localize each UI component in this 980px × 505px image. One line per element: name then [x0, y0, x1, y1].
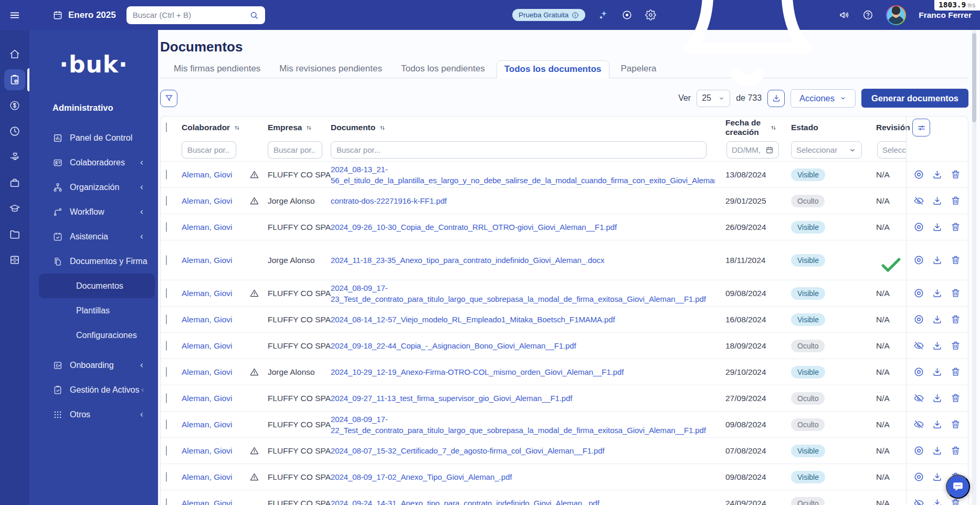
collaborator-filter-input[interactable] — [182, 141, 236, 159]
sidebar-subitem-configuraciones[interactable]: Configuraciones — [29, 323, 158, 348]
download-document-button[interactable] — [932, 445, 943, 456]
delete-document-button[interactable] — [950, 498, 961, 505]
sidebar-item-workflow[interactable]: Workflow — [29, 199, 158, 224]
sidebar-item-otros[interactable]: Otros — [29, 402, 158, 427]
delete-document-button[interactable] — [950, 393, 961, 404]
status-filter-select[interactable]: Seleccionar — [791, 141, 862, 159]
row-checkbox[interactable] — [166, 393, 167, 403]
toggle-visibility-button[interactable] — [913, 340, 924, 351]
download-document-button[interactable] — [932, 366, 943, 377]
toggle-visibility-button[interactable] — [913, 255, 924, 266]
delete-document-button[interactable] — [950, 314, 961, 325]
download-document-button[interactable] — [932, 195, 943, 206]
date-filter-input[interactable]: DD/MM, — [726, 141, 779, 159]
download-document-button[interactable] — [932, 340, 943, 351]
document-link[interactable]: 2024_11-18_23-35_Anexo_tipo_para_contrat… — [331, 255, 715, 266]
collaborator-link[interactable]: Aleman, Giovi — [182, 196, 232, 206]
rail-item-clipboard-clock[interactable] — [4, 69, 25, 90]
delete-document-button[interactable] — [950, 366, 961, 377]
gear-icon[interactable] — [645, 9, 656, 20]
row-checkbox[interactable] — [166, 446, 167, 456]
toggle-visibility-button[interactable] — [913, 314, 924, 325]
delete-document-button[interactable] — [950, 195, 961, 206]
row-checkbox[interactable] — [166, 222, 167, 232]
row-checkbox[interactable] — [166, 196, 167, 206]
row-checkbox[interactable] — [166, 367, 167, 377]
sidebar-item-panel-de-control[interactable]: Panel de Control — [29, 125, 158, 150]
avatar[interactable] — [886, 5, 906, 25]
sort-by-collaborator[interactable]: Colaborador — [182, 123, 241, 132]
document-link[interactable]: 2024_08-09_17-23_Test_de_contrato_para_t… — [331, 282, 715, 304]
toggle-visibility-button[interactable] — [913, 419, 924, 430]
rail-item-graduation-cap[interactable] — [4, 198, 25, 219]
sidebar-item-colaboradores[interactable]: Colaboradores — [29, 150, 158, 175]
download-document-button[interactable] — [932, 419, 943, 430]
document-link[interactable]: 2024_08-09_17-22_Test_de_contrato_para_t… — [331, 414, 715, 436]
download-document-button[interactable] — [932, 255, 943, 266]
toggle-visibility-button[interactable] — [913, 498, 924, 505]
rail-item-dollar[interactable] — [4, 95, 25, 116]
row-checkbox[interactable] — [166, 419, 167, 429]
row-checkbox[interactable] — [166, 498, 167, 505]
sidebar-item-gesti-n-de-activos[interactable]: Gestión de Activos — [29, 377, 158, 402]
toggle-visibility-button[interactable] — [913, 169, 924, 180]
document-filter-input[interactable] — [331, 141, 707, 159]
sidebar-item-organizaci-n[interactable]: Organización — [29, 175, 158, 199]
download-document-button[interactable] — [932, 314, 943, 325]
collaborator-link[interactable]: Aleman, Giovi — [182, 256, 232, 265]
delete-document-button[interactable] — [950, 288, 961, 299]
notifications-button[interactable]: 2 — [669, 0, 826, 94]
tab-mis-firmas-pendientes[interactable]: Mis firmas pendientes — [166, 60, 268, 78]
sidebar-subitem-plantillas[interactable]: Plantillas — [29, 298, 158, 323]
collaborator-link[interactable]: Aleman, Giovi — [182, 446, 232, 456]
tab-todos-los-pendientes[interactable]: Todos los pendientes — [394, 60, 492, 78]
company-filter-input[interactable] — [268, 141, 322, 159]
sort-by-created-date[interactable]: Fecha de creación — [725, 118, 777, 137]
collaborator-link[interactable]: Aleman, Giovi — [182, 223, 232, 232]
document-link[interactable]: 2024_10-29_12-19_Anexo-Firma-OTRO-COL_mi… — [331, 366, 715, 377]
rail-item-cabinet[interactable] — [4, 249, 25, 270]
menu-toggle-button[interactable] — [0, 9, 29, 21]
delete-document-button[interactable] — [950, 419, 961, 430]
rail-item-home[interactable] — [4, 44, 25, 65]
document-link[interactable]: 2024_09-24_14-31_Anexo_tipo_para_contrat… — [331, 498, 715, 505]
rail-item-briefcase[interactable] — [4, 172, 25, 193]
sidebar-item-asistencia[interactable]: Asistencia — [29, 224, 158, 249]
search-input[interactable] — [133, 10, 249, 19]
download-document-button[interactable] — [932, 222, 943, 233]
visibility-icon[interactable] — [621, 9, 633, 20]
megaphone-icon[interactable] — [839, 9, 850, 20]
sidebar-item-onboarding[interactable]: Onboarding — [29, 353, 158, 377]
toggle-visibility-button[interactable] — [913, 222, 924, 233]
collaborator-link[interactable]: Aleman, Giovi — [182, 170, 232, 180]
toggle-visibility-button[interactable] — [913, 393, 924, 404]
delete-document-button[interactable] — [950, 445, 961, 456]
delete-document-button[interactable] — [950, 340, 961, 351]
delete-document-button[interactable] — [950, 255, 961, 266]
sort-by-company[interactable]: Empresa — [268, 123, 331, 132]
filter-button[interactable] — [160, 90, 177, 107]
toggle-visibility-button[interactable] — [913, 471, 924, 482]
toggle-visibility-button[interactable] — [913, 195, 924, 206]
document-link[interactable]: 2024_09-18_22-44_Copia_-_Asignacion_Bono… — [331, 340, 715, 351]
delete-document-button[interactable] — [950, 169, 961, 180]
document-link[interactable]: 2024_08-14_12-57_Viejo_modelo_RL_Emplead… — [331, 314, 715, 325]
rail-item-clock[interactable] — [4, 121, 25, 142]
document-link[interactable]: 2024_09-26_10-30_Copia_de_Contrato_RRL_O… — [331, 222, 715, 233]
collaborator-link[interactable]: Aleman, Giovi — [182, 341, 232, 351]
column-settings-button[interactable] — [912, 119, 930, 136]
collaborator-link[interactable]: Aleman, Giovi — [182, 289, 232, 298]
collaborator-link[interactable]: Aleman, Giovi — [182, 472, 232, 482]
document-link[interactable]: contrato-dos-22271916-k-FF1.pdf — [331, 195, 715, 206]
rail-item-folder[interactable] — [4, 224, 25, 245]
row-checkbox[interactable] — [166, 314, 167, 324]
chat-widget-button[interactable] — [946, 475, 970, 499]
collaborator-link[interactable]: Aleman, Giovi — [182, 420, 232, 429]
download-document-button[interactable] — [932, 471, 943, 482]
download-document-button[interactable] — [932, 169, 943, 180]
collaborator-link[interactable]: Aleman, Giovi — [182, 499, 232, 505]
toggle-visibility-button[interactable] — [913, 288, 924, 299]
collaborator-link[interactable]: Aleman, Giovi — [182, 315, 232, 324]
sort-by-document[interactable]: Documento — [331, 123, 715, 132]
document-link[interactable]: 2024_09-27_11-13_test_firma_supervisor_g… — [331, 393, 715, 404]
